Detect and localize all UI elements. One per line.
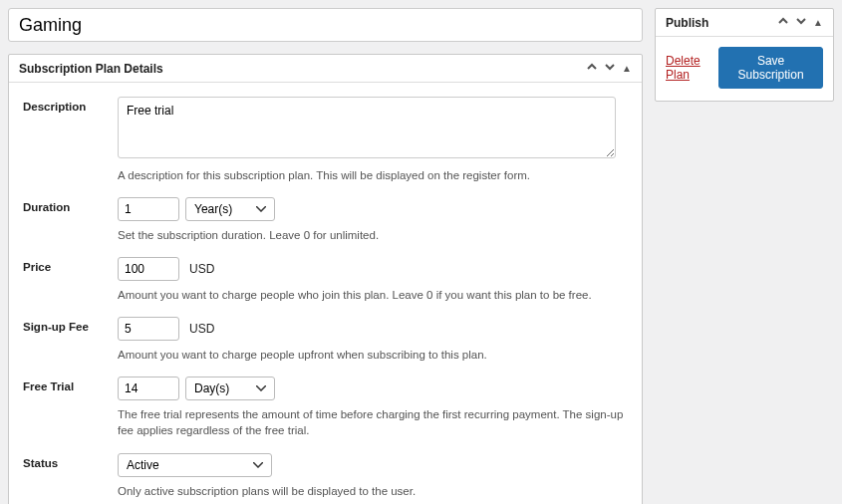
duration-unit-select[interactable]: Year(s) xyxy=(185,197,275,221)
status-help: Only active subscription plans will be d… xyxy=(118,483,628,499)
signup-label: Sign-up Fee xyxy=(23,317,118,363)
publish-toggle-icon[interactable]: ▲ xyxy=(813,17,823,28)
delete-plan-link[interactable]: Delete Plan xyxy=(666,54,718,82)
save-button[interactable]: Save Subscription xyxy=(718,47,823,89)
details-postbox: Subscription Plan Details ▲ Description … xyxy=(8,54,643,504)
details-heading: Subscription Plan Details xyxy=(19,62,163,76)
duration-label: Duration xyxy=(23,197,118,243)
panel-toggle-icon[interactable]: ▲ xyxy=(622,63,632,74)
signup-currency: USD xyxy=(189,322,214,336)
duration-input[interactable] xyxy=(118,197,179,221)
publish-move-down-icon[interactable] xyxy=(795,15,807,30)
status-label: Status xyxy=(23,453,118,499)
signup-help: Amount you want to charge people upfront… xyxy=(118,347,628,363)
description-help: A description for this subscription plan… xyxy=(118,167,628,183)
plan-title-input[interactable] xyxy=(8,8,643,42)
signup-fee-input[interactable] xyxy=(118,317,179,341)
freetrial-unit-select[interactable]: Day(s) xyxy=(185,377,275,400)
price-input[interactable] xyxy=(118,257,179,281)
publish-heading: Publish xyxy=(666,16,708,30)
freetrial-label: Free Trial xyxy=(23,377,118,438)
panel-move-up-icon[interactable] xyxy=(586,61,598,76)
publish-postbox: Publish ▲ Delete Plan Save Subscription xyxy=(655,8,834,102)
freetrial-help: The free trial represents the amount of … xyxy=(118,406,628,438)
panel-move-down-icon[interactable] xyxy=(604,61,616,76)
duration-help: Set the subscription duration. Leave 0 f… xyxy=(118,227,628,243)
freetrial-input[interactable] xyxy=(118,377,179,400)
status-select[interactable]: Active xyxy=(118,453,272,477)
price-currency: USD xyxy=(189,262,214,276)
publish-move-up-icon[interactable] xyxy=(777,15,789,30)
publish-postbox-header: Publish ▲ xyxy=(656,9,833,37)
description-label: Description xyxy=(23,97,118,183)
description-textarea[interactable]: Free trial xyxy=(118,97,616,158)
price-label: Price xyxy=(23,257,118,303)
price-help: Amount you want to charge people who joi… xyxy=(118,287,628,303)
details-postbox-header: Subscription Plan Details ▲ xyxy=(9,55,642,83)
